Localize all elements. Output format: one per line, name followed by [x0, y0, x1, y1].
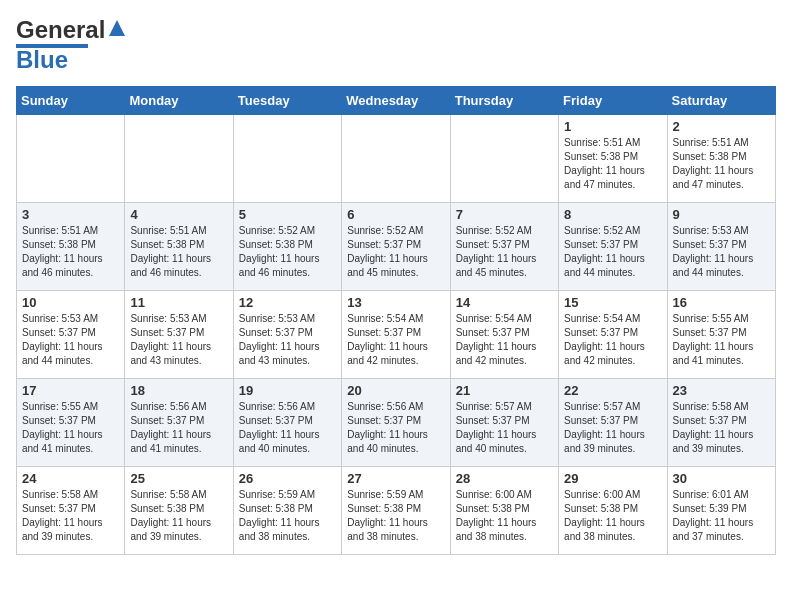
day-info: Sunrise: 5:54 AM Sunset: 5:37 PM Dayligh… [347, 312, 444, 368]
day-info: Sunrise: 5:51 AM Sunset: 5:38 PM Dayligh… [22, 224, 119, 280]
calendar-table: SundayMondayTuesdayWednesdayThursdayFrid… [16, 86, 776, 555]
week-row-3: 10Sunrise: 5:53 AM Sunset: 5:37 PM Dayli… [17, 291, 776, 379]
day-cell: 21Sunrise: 5:57 AM Sunset: 5:37 PM Dayli… [450, 379, 558, 467]
day-cell: 14Sunrise: 5:54 AM Sunset: 5:37 PM Dayli… [450, 291, 558, 379]
weekday-header-thursday: Thursday [450, 87, 558, 115]
day-info: Sunrise: 5:58 AM Sunset: 5:37 PM Dayligh… [22, 488, 119, 544]
day-info: Sunrise: 5:53 AM Sunset: 5:37 PM Dayligh… [239, 312, 336, 368]
svg-marker-0 [109, 20, 125, 36]
day-number: 19 [239, 383, 336, 398]
day-info: Sunrise: 5:52 AM Sunset: 5:38 PM Dayligh… [239, 224, 336, 280]
day-cell: 22Sunrise: 5:57 AM Sunset: 5:37 PM Dayli… [559, 379, 667, 467]
day-cell: 7Sunrise: 5:52 AM Sunset: 5:37 PM Daylig… [450, 203, 558, 291]
day-number: 14 [456, 295, 553, 310]
day-number: 2 [673, 119, 770, 134]
day-info: Sunrise: 5:56 AM Sunset: 5:37 PM Dayligh… [130, 400, 227, 456]
day-info: Sunrise: 5:56 AM Sunset: 5:37 PM Dayligh… [347, 400, 444, 456]
day-number: 9 [673, 207, 770, 222]
day-cell: 29Sunrise: 6:00 AM Sunset: 5:38 PM Dayli… [559, 467, 667, 555]
day-number: 24 [22, 471, 119, 486]
day-number: 18 [130, 383, 227, 398]
day-cell: 20Sunrise: 5:56 AM Sunset: 5:37 PM Dayli… [342, 379, 450, 467]
day-cell: 25Sunrise: 5:58 AM Sunset: 5:38 PM Dayli… [125, 467, 233, 555]
day-info: Sunrise: 6:00 AM Sunset: 5:38 PM Dayligh… [456, 488, 553, 544]
day-number: 8 [564, 207, 661, 222]
day-number: 22 [564, 383, 661, 398]
day-info: Sunrise: 5:58 AM Sunset: 5:38 PM Dayligh… [130, 488, 227, 544]
week-row-1: 1Sunrise: 5:51 AM Sunset: 5:38 PM Daylig… [17, 115, 776, 203]
day-number: 20 [347, 383, 444, 398]
day-number: 21 [456, 383, 553, 398]
day-info: Sunrise: 5:52 AM Sunset: 5:37 PM Dayligh… [564, 224, 661, 280]
day-cell: 27Sunrise: 5:59 AM Sunset: 5:38 PM Dayli… [342, 467, 450, 555]
day-cell: 1Sunrise: 5:51 AM Sunset: 5:38 PM Daylig… [559, 115, 667, 203]
day-cell [450, 115, 558, 203]
day-number: 26 [239, 471, 336, 486]
day-cell: 8Sunrise: 5:52 AM Sunset: 5:37 PM Daylig… [559, 203, 667, 291]
day-info: Sunrise: 5:57 AM Sunset: 5:37 PM Dayligh… [564, 400, 661, 456]
day-cell: 2Sunrise: 5:51 AM Sunset: 5:38 PM Daylig… [667, 115, 775, 203]
day-cell [17, 115, 125, 203]
day-cell: 9Sunrise: 5:53 AM Sunset: 5:37 PM Daylig… [667, 203, 775, 291]
day-info: Sunrise: 5:55 AM Sunset: 5:37 PM Dayligh… [22, 400, 119, 456]
day-cell: 24Sunrise: 5:58 AM Sunset: 5:37 PM Dayli… [17, 467, 125, 555]
day-number: 16 [673, 295, 770, 310]
day-number: 23 [673, 383, 770, 398]
day-number: 4 [130, 207, 227, 222]
day-info: Sunrise: 5:52 AM Sunset: 5:37 PM Dayligh… [347, 224, 444, 280]
weekday-header-friday: Friday [559, 87, 667, 115]
day-cell: 26Sunrise: 5:59 AM Sunset: 5:38 PM Dayli… [233, 467, 341, 555]
logo: General Blue [16, 16, 127, 74]
day-number: 11 [130, 295, 227, 310]
day-number: 5 [239, 207, 336, 222]
weekday-header-row: SundayMondayTuesdayWednesdayThursdayFrid… [17, 87, 776, 115]
day-cell: 13Sunrise: 5:54 AM Sunset: 5:37 PM Dayli… [342, 291, 450, 379]
day-cell [233, 115, 341, 203]
day-number: 6 [347, 207, 444, 222]
weekday-header-sunday: Sunday [17, 87, 125, 115]
day-number: 25 [130, 471, 227, 486]
day-info: Sunrise: 5:57 AM Sunset: 5:37 PM Dayligh… [456, 400, 553, 456]
day-number: 27 [347, 471, 444, 486]
weekday-header-monday: Monday [125, 87, 233, 115]
day-cell: 30Sunrise: 6:01 AM Sunset: 5:39 PM Dayli… [667, 467, 775, 555]
day-info: Sunrise: 5:56 AM Sunset: 5:37 PM Dayligh… [239, 400, 336, 456]
day-info: Sunrise: 5:58 AM Sunset: 5:37 PM Dayligh… [673, 400, 770, 456]
day-cell: 15Sunrise: 5:54 AM Sunset: 5:37 PM Dayli… [559, 291, 667, 379]
day-number: 1 [564, 119, 661, 134]
day-cell: 17Sunrise: 5:55 AM Sunset: 5:37 PM Dayli… [17, 379, 125, 467]
day-number: 12 [239, 295, 336, 310]
week-row-2: 3Sunrise: 5:51 AM Sunset: 5:38 PM Daylig… [17, 203, 776, 291]
weekday-header-saturday: Saturday [667, 87, 775, 115]
day-cell [125, 115, 233, 203]
day-info: Sunrise: 5:52 AM Sunset: 5:37 PM Dayligh… [456, 224, 553, 280]
logo-general: General [16, 16, 105, 44]
day-number: 10 [22, 295, 119, 310]
day-info: Sunrise: 5:54 AM Sunset: 5:37 PM Dayligh… [564, 312, 661, 368]
day-info: Sunrise: 5:54 AM Sunset: 5:37 PM Dayligh… [456, 312, 553, 368]
day-info: Sunrise: 5:53 AM Sunset: 5:37 PM Dayligh… [130, 312, 227, 368]
day-cell: 10Sunrise: 5:53 AM Sunset: 5:37 PM Dayli… [17, 291, 125, 379]
page-header: General Blue [16, 16, 776, 74]
day-info: Sunrise: 5:53 AM Sunset: 5:37 PM Dayligh… [22, 312, 119, 368]
day-number: 13 [347, 295, 444, 310]
day-cell: 18Sunrise: 5:56 AM Sunset: 5:37 PM Dayli… [125, 379, 233, 467]
weekday-header-wednesday: Wednesday [342, 87, 450, 115]
day-cell: 5Sunrise: 5:52 AM Sunset: 5:38 PM Daylig… [233, 203, 341, 291]
day-number: 7 [456, 207, 553, 222]
logo-icon [107, 18, 127, 38]
day-info: Sunrise: 5:53 AM Sunset: 5:37 PM Dayligh… [673, 224, 770, 280]
day-number: 29 [564, 471, 661, 486]
day-cell: 12Sunrise: 5:53 AM Sunset: 5:37 PM Dayli… [233, 291, 341, 379]
day-cell [342, 115, 450, 203]
day-number: 3 [22, 207, 119, 222]
day-cell: 28Sunrise: 6:00 AM Sunset: 5:38 PM Dayli… [450, 467, 558, 555]
week-row-4: 17Sunrise: 5:55 AM Sunset: 5:37 PM Dayli… [17, 379, 776, 467]
day-number: 30 [673, 471, 770, 486]
day-info: Sunrise: 5:51 AM Sunset: 5:38 PM Dayligh… [130, 224, 227, 280]
week-row-5: 24Sunrise: 5:58 AM Sunset: 5:37 PM Dayli… [17, 467, 776, 555]
day-cell: 3Sunrise: 5:51 AM Sunset: 5:38 PM Daylig… [17, 203, 125, 291]
day-cell: 19Sunrise: 5:56 AM Sunset: 5:37 PM Dayli… [233, 379, 341, 467]
day-info: Sunrise: 6:01 AM Sunset: 5:39 PM Dayligh… [673, 488, 770, 544]
logo-blue: Blue [16, 46, 68, 74]
